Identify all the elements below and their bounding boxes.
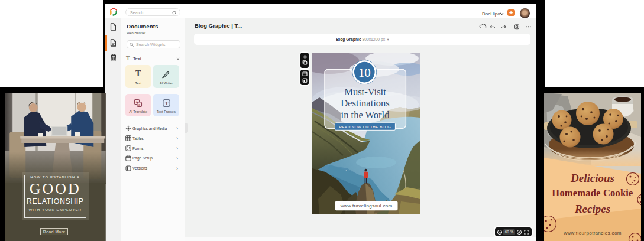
svg-text:www.travelingsoul.com: www.travelingsoul.com [340,203,393,209]
svg-text:T: T [165,100,169,106]
svg-text:Destinations: Destinations [341,97,390,109]
svg-text:in the World: in the World [341,109,390,120]
svg-text:Must-Visit: Must-Visit [345,86,387,97]
svg-text:A: A [136,100,138,103]
svg-text:READ NOW ON THE BLOG: READ NOW ON THE BLOG [339,125,391,129]
svg-text:10: 10 [358,66,371,80]
svg-text:a: a [138,103,140,106]
svg-text:60 %: 60 % [505,230,514,234]
